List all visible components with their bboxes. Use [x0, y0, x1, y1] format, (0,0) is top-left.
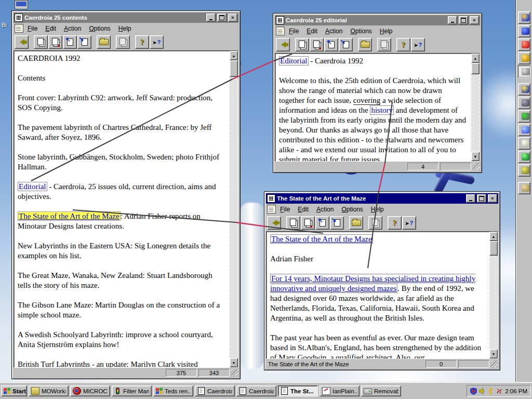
- replace-pages-button[interactable]: [310, 38, 324, 51]
- context-help-button[interactable]: ?: [402, 216, 416, 230]
- link-in-button[interactable]: [324, 38, 338, 51]
- copy-pages-button[interactable]: [295, 38, 309, 51]
- document-icon[interactable]: [276, 26, 285, 35]
- titlebar[interactable]: The State of the Art of the Maze ×: [266, 193, 498, 204]
- start-button[interactable]: Start: [1, 385, 27, 396]
- guide-doc-icon[interactable]: [15, 14, 23, 22]
- binoculars-shortcut-button[interactable]: [518, 25, 530, 37]
- keyboard-shortcut-button[interactable]: [518, 97, 530, 109]
- taskbar-button-microc[interactable]: MICROC...: [70, 385, 110, 396]
- partially-hidden-desktop-icon[interactable]: [15, 0, 28, 10]
- help-button[interactable]: ?: [135, 35, 149, 49]
- editorial-link[interactable]: Editorial: [279, 56, 309, 65]
- menu-item-edit[interactable]: Edit: [307, 28, 317, 35]
- guide-doc-icon[interactable]: [267, 194, 275, 203]
- menu-item-action[interactable]: Action: [64, 25, 81, 32]
- link-in-button[interactable]: [63, 35, 77, 49]
- disk-yellow-shortcut-button[interactable]: [518, 164, 530, 177]
- menu-item-help[interactable]: Help: [380, 28, 393, 35]
- bulb-question-shortcut-button[interactable]: [518, 52, 530, 64]
- menu-item-file[interactable]: File: [280, 206, 290, 213]
- scroll-up-icon[interactable]: ▲: [230, 51, 238, 60]
- maximize-button[interactable]: [477, 194, 486, 203]
- maximize-button[interactable]: [217, 14, 227, 22]
- back-button[interactable]: [267, 216, 281, 230]
- scroll-up-icon[interactable]: ▲: [489, 232, 498, 241]
- minimize-button[interactable]: [206, 14, 216, 22]
- link-out-button[interactable]: [77, 35, 91, 49]
- scroll-down-icon[interactable]: ▼: [230, 358, 238, 367]
- scroll-down-icon[interactable]: ▼: [489, 349, 498, 358]
- context-help-button[interactable]: ?: [150, 35, 164, 49]
- open-folder-button[interactable]: [97, 35, 111, 49]
- taskbar-button-caerdroia[interactable]: Caerdroia...: [236, 385, 276, 396]
- vertical-scrollbar[interactable]: ▲ ▼: [471, 54, 480, 161]
- disk-blue-shortcut-button[interactable]: [518, 83, 530, 96]
- scroll-down-icon[interactable]: ▼: [471, 152, 480, 161]
- copy-button[interactable]: [377, 38, 391, 51]
- accessibility-icon[interactable]: [488, 388, 494, 395]
- link-in-button[interactable]: [315, 216, 329, 230]
- taskbar-button-caerdroia[interactable]: Caerdroia...: [195, 385, 235, 396]
- link-out-button[interactable]: [330, 216, 344, 230]
- wallet-shortcut-button[interactable]: [518, 182, 530, 194]
- plug-shortcut-button[interactable]: [518, 65, 530, 78]
- resize-grip[interactable]: [231, 369, 238, 376]
- beetle-shortcut-button[interactable]: [518, 11, 530, 24]
- antivirus-shield-icon[interactable]: [470, 388, 477, 395]
- copy-button[interactable]: [368, 216, 382, 230]
- menu-item-help[interactable]: Help: [118, 25, 131, 32]
- cd-case-shortcut-button[interactable]: [518, 124, 530, 136]
- stapler-shortcut-button[interactable]: [518, 38, 530, 51]
- speaker-icon[interactable]: [479, 388, 486, 394]
- guide-doc-icon[interactable]: [276, 16, 284, 24]
- close-button[interactable]: ×: [228, 14, 237, 22]
- maximize-button[interactable]: [459, 16, 468, 24]
- mouse-shortcut-button[interactable]: [518, 137, 530, 150]
- state-of-art-link[interactable]: The State of the Art of the Maze: [18, 211, 121, 221]
- help-button[interactable]: ?: [396, 38, 410, 51]
- scroll-up-icon[interactable]: ▲: [471, 54, 480, 63]
- disk-sync-shortcut-button[interactable]: [518, 110, 530, 123]
- document-icon[interactable]: [15, 24, 23, 33]
- replace-pages-button[interactable]: [48, 35, 62, 49]
- scrollbar-track[interactable]: [489, 256, 498, 349]
- resize-grip[interactable]: [491, 361, 498, 367]
- menu-item-help[interactable]: Help: [371, 206, 384, 213]
- taskbar-button-moworks[interactable]: MOWorks: [29, 385, 69, 396]
- vertical-scrollbar[interactable]: ▲ ▼: [230, 51, 238, 367]
- open-folder-button[interactable]: [358, 38, 372, 51]
- resize-grip[interactable]: [473, 163, 480, 170]
- scrollbar-thumb[interactable]: [471, 63, 480, 74]
- menu-item-action[interactable]: Action: [316, 206, 334, 213]
- close-button[interactable]: ×: [488, 194, 497, 203]
- history-link[interactable]: history: [370, 105, 394, 115]
- document-icon[interactable]: [267, 205, 276, 214]
- notes-shortcut-button[interactable]: [518, 151, 530, 163]
- copy-button[interactable]: [116, 35, 130, 49]
- pinwheel-icon[interactable]: [496, 388, 503, 395]
- titlebar[interactable]: Caerdroia 25 contents ×: [14, 12, 238, 23]
- editorial-link[interactable]: Editorial: [18, 182, 47, 191]
- menu-item-edit[interactable]: Edit: [298, 206, 309, 213]
- copy-pages-button[interactable]: [34, 35, 48, 49]
- menu-item-options[interactable]: Options: [350, 28, 371, 35]
- state-of-art-link[interactable]: The State of the Art of the Maze: [270, 234, 373, 244]
- copy-pages-button[interactable]: [286, 216, 300, 230]
- titlebar[interactable]: Caerdroia 25 editorial ×: [275, 15, 480, 25]
- minimize-button[interactable]: [466, 194, 475, 203]
- replace-pages-button[interactable]: [301, 216, 315, 230]
- taskbar-button-teds-ren[interactable]: Teds ren...: [153, 385, 193, 396]
- open-folder-button[interactable]: [349, 216, 363, 230]
- taskbar-button-ianplain[interactable]: IanPlain...: [320, 385, 360, 396]
- taskbar-button-removab[interactable]: Removab...: [361, 385, 401, 396]
- context-help-button[interactable]: ?: [411, 38, 425, 51]
- menu-item-file[interactable]: File: [289, 28, 299, 35]
- taskbar-button-filter-man[interactable]: Filter Man...: [112, 385, 152, 396]
- menu-item-file[interactable]: File: [28, 25, 37, 32]
- close-button[interactable]: ×: [470, 16, 479, 24]
- minimize-button[interactable]: [448, 16, 457, 24]
- scrollbar-thumb[interactable]: [489, 241, 498, 256]
- link-out-button[interactable]: [339, 38, 353, 51]
- scrollbar-track[interactable]: [230, 77, 238, 358]
